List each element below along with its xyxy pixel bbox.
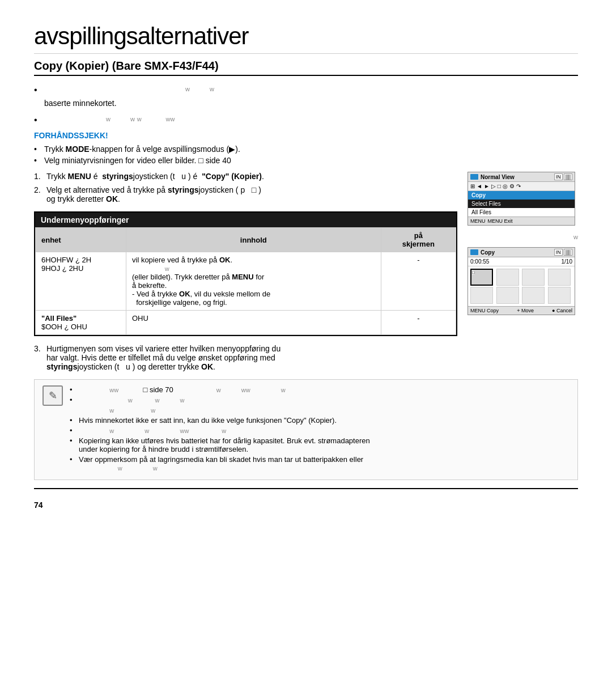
main-content-area: 1. Trykk MENU é styringsjoysticken (t u …	[34, 172, 578, 336]
thumb-time: □	[472, 270, 474, 274]
thumb-cell	[496, 269, 519, 286]
footer-cancel-btn: ● Cancel	[552, 308, 572, 313]
note-text: Kopiering kan ikke utføres hvis batterie…	[79, 436, 370, 453]
step-row-2: 2. Velg et alternative ved å trykke på s…	[34, 185, 457, 203]
note-bullet: • w w ww w	[70, 426, 570, 435]
step-num: 1.	[34, 172, 46, 181]
intro-bullets: • w w baserte minnekortet. • w	[34, 84, 578, 126]
note-bullet: • Hvis minnekortet ikke er satt inn, kan…	[70, 416, 570, 425]
panel-menu-item-select-files: Select Files	[468, 200, 575, 208]
page-title: avspillingsalternativer	[34, 23, 578, 54]
panel-title-left-2: Copy	[470, 249, 495, 256]
submenu-header: Undermenyoppføringer	[35, 213, 456, 227]
toolbar-icon: ◎	[503, 183, 508, 189]
panel-title-left: Normal View	[470, 174, 515, 180]
panel-icons-right-2: IN ||||	[554, 249, 572, 256]
page-number: 74	[34, 500, 578, 510]
bullet-text: baserte minnekortet.	[44, 99, 117, 108]
panel2-time-row: 0:00:55 1/10	[468, 257, 575, 266]
submenu-table: enhet innhold påskjermen 6HOHFW ¿ 2H 9HO…	[35, 227, 456, 335]
camera-icon	[470, 174, 478, 180]
toolbar-icon: ◄	[477, 183, 482, 189]
panel-icons-right: IN ||||	[554, 173, 572, 180]
prereq-bullet: •	[34, 156, 44, 165]
prereq-text: Velg miniatyrvisningen for video eller b…	[44, 156, 231, 165]
screenshot-panel-2: Copy IN |||| 0:00:55 1/10 □	[468, 247, 575, 315]
panel-titlebar-1: Normal View IN ||||	[468, 172, 575, 182]
toolbar-icon: ⊞	[470, 183, 475, 189]
panel2-footer: MENU Copy + Move ● Cancel	[468, 306, 575, 315]
footer-move-btn: + Move	[517, 308, 534, 313]
table-cell-pa-skjermen: -	[381, 311, 456, 335]
panel-menu-item-all-files: All Files	[468, 208, 575, 217]
thumb-cell	[470, 287, 493, 304]
panel-toolbar-1: ⊞ ◄ ► ▷ □ ◎ ⚙ ↷	[468, 182, 575, 191]
note-bullet-dot: •	[70, 396, 79, 404]
col-header-innhold: innhold	[126, 228, 381, 252]
note-text: Vær oppmerksom på at lagringsmedia kan b…	[79, 455, 363, 472]
prereq-item: • Velg miniatyrvisningen for video eller…	[34, 156, 578, 165]
bullet-text: w w	[44, 84, 214, 93]
panel-in-icon-2: IN	[554, 249, 563, 256]
submenu-container: Undermenyoppføringer enhet innhold påskj…	[34, 211, 457, 336]
bullet-text: w w w ww	[44, 114, 175, 123]
toolbar-icon: ↷	[516, 183, 521, 189]
note-bullet: • ww □ side 70 w ww w	[70, 385, 570, 394]
thumb-cell	[522, 269, 545, 286]
step-content: Trykk MENU é styringsjoysticken (t u ) é…	[46, 172, 457, 181]
bullet-dot: •	[34, 114, 44, 126]
panel2-count: 1/10	[562, 258, 572, 265]
panel-battery-icon: ||||	[564, 173, 572, 180]
panel2-thumb-area: □	[468, 266, 575, 306]
note-box: ✎ • ww □ side 70 w ww w	[34, 379, 578, 480]
table-row: 6HOHFW ¿ 2H 9HOJ ¿ 2HU vil kopiere ved å…	[36, 252, 456, 311]
bullet-dot	[34, 99, 44, 111]
panel-w-note: w	[468, 234, 578, 240]
section-title: Copy (Kopier) (Bare SMX-F43/F44)	[34, 60, 578, 76]
panel-footer-1: MENU MENU Exit	[468, 217, 575, 225]
note-bullet: w w	[70, 406, 570, 414]
bullet-item: baserte minnekortet.	[34, 99, 578, 111]
note-bullet-dot: •	[70, 455, 79, 472]
panel2-time: 0:00:55	[470, 258, 489, 265]
note-bullet: • Kopiering kan ikke utføres hvis batter…	[70, 436, 570, 453]
step-content-3: Hurtigmenyen som vises vil variere etter…	[46, 344, 578, 371]
note-bullet-dot: •	[70, 385, 79, 394]
note-text: Hvis minnekortet ikke er satt inn, kan d…	[79, 416, 337, 425]
col-header-enhet: enhet	[36, 228, 126, 252]
prereq-item: • Trykk MODE-knappen for å velge avspill…	[34, 145, 578, 154]
panel-in-icon: IN	[554, 173, 563, 180]
forhands-link[interactable]: FORHÅNDSSJEKK!	[34, 131, 578, 140]
panel-title-text-2: Copy	[481, 249, 495, 256]
note-icon: ✎	[42, 385, 63, 406]
panel-title-text: Normal View	[481, 174, 515, 180]
bottom-line	[34, 488, 578, 489]
right-screenshots: Normal View IN |||| ⊞ ◄ ► ▷ □ ◎ ⚙ ↷ Copy…	[468, 172, 578, 336]
note-text: w w w	[79, 396, 184, 404]
thumb-cell	[548, 287, 571, 304]
thumb-cell: □	[470, 269, 493, 286]
step-row-3: 3. Hurtigmenyen som vises vil variere et…	[34, 344, 578, 371]
note-content: • ww □ side 70 w ww w •	[70, 385, 570, 474]
steps-section: 1. Trykk MENU é styringsjoysticken (t u …	[34, 172, 457, 203]
note-bullet-dot: •	[70, 416, 79, 425]
note-bullet: • Vær oppmerksom på at lagringsmedia kan…	[70, 455, 570, 472]
toolbar-icon: ▷	[491, 183, 496, 189]
left-content: 1. Trykk MENU é styringsjoysticken (t u …	[34, 172, 457, 336]
thumb-cell	[496, 287, 519, 304]
footer-copy-btn: MENU Copy	[470, 308, 499, 313]
panel-menu-copy: Copy	[468, 191, 575, 200]
bullet-item: • w w	[34, 84, 578, 96]
footer-exit-label: MENU Exit	[488, 218, 513, 224]
note-bullet-dot: •	[70, 426, 79, 435]
bullet-item: • w w w ww	[34, 114, 578, 126]
toolbar-icon: ►	[484, 183, 490, 189]
toolbar-icon: □	[498, 183, 501, 189]
prereq-bullet: •	[34, 145, 44, 154]
prereq-list: • Trykk MODE-knappen for å velge avspill…	[34, 145, 578, 165]
table-row: "All Files" $OOH ¿ OHU OHU -	[36, 311, 456, 335]
thumb-cell	[522, 287, 545, 304]
panel2-header: Copy IN ||||	[468, 248, 575, 257]
step-num-3: 3.	[34, 344, 46, 371]
prereq-text: Trykk MODE-knappen for å velge avspillin…	[44, 145, 240, 154]
